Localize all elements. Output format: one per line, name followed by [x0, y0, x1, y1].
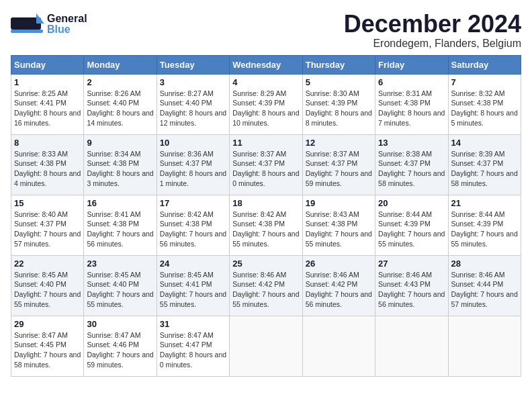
sunrise: Sunrise: 8:36 AM	[160, 150, 214, 158]
daylight: Daylight: 7 hours and 55 minutes.	[378, 230, 445, 248]
daylight: Daylight: 8 hours and 14 minutes.	[87, 109, 153, 127]
week-row-2: 8 Sunrise: 8:33 AM Sunset: 4:38 PM Dayli…	[11, 134, 521, 195]
day-number: 10	[160, 138, 226, 148]
day-number: 11	[232, 138, 299, 148]
sunrise: Sunrise: 8:32 AM	[451, 89, 505, 97]
day-cell: 6 Sunrise: 8:31 AM Sunset: 4:38 PM Dayli…	[375, 74, 448, 134]
sunrise: Sunrise: 8:46 AM	[306, 271, 359, 279]
daylight: Daylight: 8 hours and 12 minutes.	[160, 109, 226, 127]
day-info: Sunrise: 8:46 AM Sunset: 4:42 PM Dayligh…	[232, 270, 299, 310]
sunset: Sunset: 4:45 PM	[14, 340, 66, 349]
logo-icon	[11, 11, 44, 38]
sunrise: Sunrise: 8:44 AM	[378, 210, 432, 218]
day-cell: 12 Sunrise: 8:37 AM Sunset: 4:37 PM Dayl…	[302, 134, 375, 195]
day-cell: 14 Sunrise: 8:39 AM Sunset: 4:37 PM Dayl…	[448, 134, 521, 195]
day-cell: 19 Sunrise: 8:43 AM Sunset: 4:38 PM Dayl…	[302, 195, 375, 255]
day-number: 4	[232, 77, 299, 87]
day-cell: 10 Sunrise: 8:36 AM Sunset: 4:37 PM Dayl…	[157, 134, 229, 195]
sunrise: Sunrise: 8:25 AM	[14, 89, 68, 97]
day-number: 13	[378, 138, 445, 148]
day-cell: 11 Sunrise: 8:37 AM Sunset: 4:37 PM Dayl…	[230, 134, 302, 195]
week-row-4: 22 Sunrise: 8:45 AM Sunset: 4:40 PM Dayl…	[11, 255, 521, 316]
sunset: Sunset: 4:39 PM	[232, 99, 285, 107]
sunset: Sunset: 4:40 PM	[160, 99, 212, 107]
logo: General Blue	[11, 11, 87, 38]
header-cell-friday: Friday	[375, 55, 448, 74]
day-info: Sunrise: 8:47 AM Sunset: 4:45 PM Dayligh…	[14, 330, 81, 370]
day-cell: 29 Sunrise: 8:47 AM Sunset: 4:45 PM Dayl…	[11, 316, 84, 376]
sunset: Sunset: 4:38 PM	[14, 159, 66, 167]
day-info: Sunrise: 8:46 AM Sunset: 4:43 PM Dayligh…	[378, 270, 445, 310]
sunset: Sunset: 4:40 PM	[87, 99, 139, 107]
daylight: Daylight: 7 hours and 55 minutes.	[232, 290, 299, 308]
day-cell: 8 Sunrise: 8:33 AM Sunset: 4:38 PM Dayli…	[11, 134, 84, 195]
day-number: 3	[160, 77, 226, 87]
day-info: Sunrise: 8:36 AM Sunset: 4:37 PM Dayligh…	[160, 149, 226, 189]
day-cell: 5 Sunrise: 8:30 AM Sunset: 4:39 PM Dayli…	[302, 74, 375, 134]
daylight: Daylight: 7 hours and 55 minutes.	[14, 290, 81, 308]
day-number: 29	[14, 319, 81, 329]
sunrise: Sunrise: 8:46 AM	[232, 271, 286, 279]
sunrise: Sunrise: 8:42 AM	[232, 210, 286, 218]
day-cell: 9 Sunrise: 8:34 AM Sunset: 4:38 PM Dayli…	[84, 134, 157, 195]
sunrise: Sunrise: 8:46 AM	[451, 271, 505, 279]
sunset: Sunset: 4:38 PM	[378, 99, 431, 107]
header-cell-monday: Monday	[84, 55, 157, 74]
day-info: Sunrise: 8:30 AM Sunset: 4:39 PM Dayligh…	[306, 89, 372, 128]
day-number: 27	[378, 259, 445, 269]
sunrise: Sunrise: 8:45 AM	[14, 271, 68, 279]
daylight: Daylight: 7 hours and 56 minutes.	[306, 290, 372, 308]
day-cell: 2 Sunrise: 8:26 AM Sunset: 4:40 PM Dayli…	[84, 74, 157, 134]
daylight: Daylight: 8 hours and 7 minutes.	[378, 109, 445, 127]
sunrise: Sunrise: 8:34 AM	[87, 150, 140, 158]
day-number: 8	[14, 138, 81, 148]
day-cell: 20 Sunrise: 8:44 AM Sunset: 4:39 PM Dayl…	[375, 195, 448, 255]
header-cell-thursday: Thursday	[302, 55, 375, 74]
sunset: Sunset: 4:44 PM	[451, 280, 504, 288]
logo-general-text: General	[47, 13, 87, 24]
logo-label: General Blue	[47, 13, 87, 35]
day-number: 23	[87, 259, 153, 269]
sunset: Sunset: 4:38 PM	[87, 159, 139, 167]
day-cell: 7 Sunrise: 8:32 AM Sunset: 4:38 PM Dayli…	[448, 74, 521, 134]
day-cell: 30 Sunrise: 8:47 AM Sunset: 4:46 PM Dayl…	[84, 316, 157, 376]
daylight: Daylight: 7 hours and 56 minutes.	[378, 290, 445, 308]
day-info: Sunrise: 8:47 AM Sunset: 4:47 PM Dayligh…	[160, 330, 226, 370]
sunrise: Sunrise: 8:45 AM	[87, 271, 140, 279]
day-info: Sunrise: 8:32 AM Sunset: 4:38 PM Dayligh…	[451, 89, 518, 128]
sunset: Sunset: 4:41 PM	[14, 99, 66, 107]
title-section: December 2024 Erondegem, Flanders, Belgi…	[344, 11, 521, 50]
sunrise: Sunrise: 8:31 AM	[378, 89, 432, 97]
day-cell: 26 Sunrise: 8:46 AM Sunset: 4:42 PM Dayl…	[302, 255, 375, 316]
week-row-3: 15 Sunrise: 8:40 AM Sunset: 4:37 PM Dayl…	[11, 195, 521, 255]
sunset: Sunset: 4:39 PM	[378, 220, 431, 228]
day-info: Sunrise: 8:29 AM Sunset: 4:39 PM Dayligh…	[232, 89, 299, 128]
daylight: Daylight: 8 hours and 8 minutes.	[306, 109, 372, 127]
day-info: Sunrise: 8:27 AM Sunset: 4:40 PM Dayligh…	[160, 89, 226, 128]
day-number: 31	[160, 319, 226, 329]
daylight: Daylight: 8 hours and 1 minute.	[160, 169, 226, 187]
day-number: 20	[378, 198, 445, 208]
day-cell: 18 Sunrise: 8:42 AM Sunset: 4:38 PM Dayl…	[230, 195, 302, 255]
daylight: Daylight: 8 hours and 0 minutes.	[232, 169, 299, 187]
day-cell: 23 Sunrise: 8:45 AM Sunset: 4:40 PM Dayl…	[84, 255, 157, 316]
day-number: 1	[14, 77, 81, 87]
day-number: 22	[14, 259, 81, 269]
daylight: Daylight: 8 hours and 4 minutes.	[14, 169, 81, 187]
day-info: Sunrise: 8:37 AM Sunset: 4:37 PM Dayligh…	[232, 149, 299, 189]
day-info: Sunrise: 8:34 AM Sunset: 4:38 PM Dayligh…	[87, 149, 153, 189]
daylight: Daylight: 7 hours and 57 minutes.	[451, 290, 518, 308]
day-number: 15	[14, 198, 81, 208]
day-cell	[230, 316, 302, 376]
day-info: Sunrise: 8:42 AM Sunset: 4:38 PM Dayligh…	[232, 210, 299, 249]
daylight: Daylight: 7 hours and 59 minutes.	[87, 351, 153, 369]
day-number: 5	[306, 77, 372, 87]
day-info: Sunrise: 8:47 AM Sunset: 4:46 PM Dayligh…	[87, 330, 153, 370]
day-number: 24	[160, 259, 226, 269]
calendar-header: SundayMondayTuesdayWednesdayThursdayFrid…	[11, 55, 521, 74]
sunrise: Sunrise: 8:47 AM	[160, 331, 214, 339]
day-cell: 31 Sunrise: 8:47 AM Sunset: 4:47 PM Dayl…	[157, 316, 229, 376]
day-cell: 4 Sunrise: 8:29 AM Sunset: 4:39 PM Dayli…	[230, 74, 302, 134]
day-number: 21	[451, 198, 518, 208]
day-info: Sunrise: 8:45 AM Sunset: 4:41 PM Dayligh…	[160, 270, 226, 310]
